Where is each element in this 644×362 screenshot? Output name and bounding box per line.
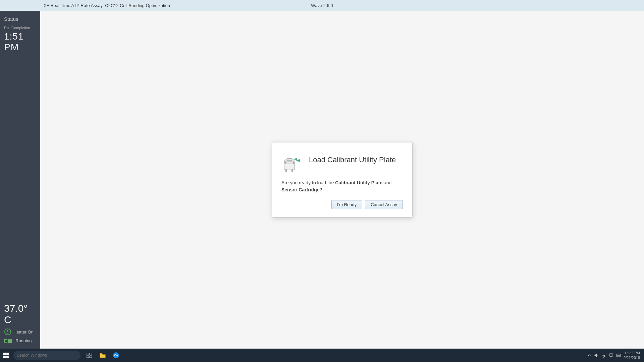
svg-rect-11: [3, 356, 6, 358]
taskbar-system: 12:32 PM 9/21/2018: [587, 351, 644, 360]
sidebar-divider: [4, 297, 36, 297]
ready-button[interactable]: I'm Ready: [331, 200, 362, 209]
status-label: Status: [4, 16, 36, 22]
main-layout: Status Est. Completion 1:51 PM 37.0° C H…: [0, 11, 644, 349]
svg-rect-24: [619, 355, 620, 355]
dialog-bold2: Sensor Cartridge: [281, 187, 320, 192]
running-icon: [4, 339, 13, 343]
heater-label: Heater On: [13, 329, 34, 335]
svg-rect-25: [617, 356, 618, 356]
task-view-button[interactable]: [83, 349, 95, 361]
temperature-section: 37.0° C Heater On Running: [4, 300, 36, 343]
svg-rect-20: [609, 354, 613, 356]
dialog-bold1: Calibrant Utility Plate: [335, 180, 382, 185]
svg-rect-8: [291, 169, 293, 172]
svg-rect-13: [87, 353, 89, 355]
clock-time: 12:32 PM: [624, 351, 640, 355]
svg-marker-18: [595, 354, 597, 357]
svg-rect-16: [90, 356, 92, 358]
svg-point-19: [603, 357, 604, 358]
cancel-button[interactable]: Cancel Assay: [365, 200, 403, 209]
svg-rect-23: [618, 355, 619, 355]
running-square-2: [8, 339, 12, 343]
clock-date: 9/21/2018: [624, 355, 640, 360]
temperature-value: 37.0° C: [4, 303, 36, 325]
svg-rect-15: [87, 356, 89, 358]
chevron-up-icon: [587, 353, 591, 357]
svg-rect-27: [619, 356, 620, 356]
sidebar: Status Est. Completion 1:51 PM 37.0° C H…: [0, 11, 40, 349]
app-version: Wave 2.6.0: [311, 3, 333, 8]
instrument-icon: [281, 153, 303, 174]
wave-app-button[interactable]: [110, 349, 122, 361]
network-icon[interactable]: [601, 353, 606, 358]
svg-rect-26: [618, 356, 619, 356]
search-input[interactable]: [13, 351, 80, 360]
completion-time: 1:51 PM: [4, 31, 36, 53]
running-label: Running: [15, 338, 32, 343]
file-explorer-button[interactable]: [97, 349, 109, 361]
dialog-header: Load Calibrant Utility Plate: [281, 153, 403, 174]
svg-rect-14: [90, 353, 92, 355]
running-square-1: [4, 339, 7, 343]
dialog-overlay: Load Calibrant Utility Plate Are you rea…: [40, 11, 644, 349]
svg-rect-21: [616, 354, 621, 357]
svg-rect-22: [617, 355, 618, 355]
dialog-box: Load Calibrant Utility Plate Are you rea…: [272, 142, 413, 218]
dialog-end-text: ?: [320, 187, 322, 192]
title-bar: Wave 2.6.0 XF Real-Time ATP Rate Assay_C…: [0, 0, 644, 11]
dialog-body: Are you ready to load the Calibrant Util…: [281, 179, 403, 193]
volume-icon[interactable]: [594, 353, 599, 358]
svg-rect-4: [287, 159, 292, 160]
svg-rect-12: [6, 356, 9, 358]
dialog-middle-text: and: [382, 180, 391, 185]
svg-rect-9: [3, 353, 6, 355]
est-completion-label: Est. Completion: [4, 26, 36, 30]
dialog-footer: I'm Ready Cancel Assay: [281, 200, 403, 209]
heater-icon: [4, 328, 11, 336]
keyboard-icon: [616, 353, 621, 358]
heater-row: Heater On: [4, 328, 36, 336]
svg-rect-10: [6, 353, 9, 355]
taskbar-icons: [83, 349, 122, 361]
clock: 12:32 PM 9/21/2018: [624, 351, 640, 360]
running-row: Running: [4, 338, 36, 343]
svg-rect-7: [285, 169, 287, 172]
dialog-title: Load Calibrant Utility Plate: [309, 153, 396, 165]
start-button[interactable]: [0, 349, 12, 361]
content-area: Load Calibrant Utility Plate Are you rea…: [40, 11, 644, 349]
dialog-body-text: Are you ready to load the: [281, 180, 335, 185]
taskbar: 12:32 PM 9/21/2018: [0, 349, 644, 362]
action-center-icon[interactable]: [609, 353, 613, 358]
window-title: XF Real-Time ATP Rate Assay_C2C12 Cell S…: [44, 3, 170, 8]
